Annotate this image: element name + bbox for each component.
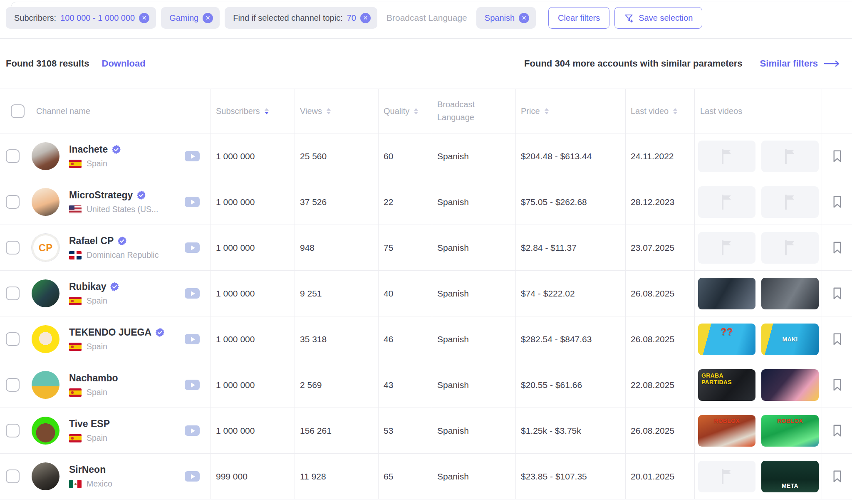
- video-thumbnail[interactable]: ??: [698, 324, 755, 355]
- sort-icon[interactable]: [327, 108, 331, 114]
- bookmark-icon[interactable]: [832, 150, 843, 163]
- last-video-date-cell: 26.08.2025: [625, 408, 694, 453]
- channel-name[interactable]: TEKENDO JUEGA: [69, 327, 151, 338]
- bookmark-icon[interactable]: [832, 287, 843, 300]
- column-header-price[interactable]: Price: [515, 89, 625, 133]
- table-row: Tive ESP Spain 1 000 000 156 261 53 Spa: [0, 408, 852, 454]
- arrow-right-icon: [824, 60, 840, 67]
- download-link[interactable]: Download: [102, 58, 146, 69]
- youtube-play-icon[interactable]: [185, 197, 200, 207]
- channel-avatar[interactable]: [32, 142, 59, 170]
- column-label: Price: [521, 105, 540, 118]
- channel-name[interactable]: SirNeon: [69, 464, 106, 475]
- broadcast-language-placeholder[interactable]: Broadcast Language: [386, 13, 467, 23]
- channel-avatar[interactable]: [32, 325, 59, 353]
- bookmark-icon[interactable]: [832, 195, 843, 208]
- row-checkbox[interactable]: [6, 378, 20, 392]
- video-thumbnail[interactable]: META: [761, 461, 819, 492]
- sort-icon[interactable]: [265, 108, 269, 114]
- video-thumbnail-placeholder: [698, 461, 755, 492]
- table-row: TEKENDO JUEGA Spain 1 000 000 35 318 46: [0, 316, 852, 362]
- remove-filter-icon[interactable]: ✕: [360, 13, 371, 23]
- channel-cell: Tive ESP Spain: [0, 408, 211, 453]
- select-all-checkbox[interactable]: [11, 104, 25, 118]
- bookmark-icon[interactable]: [832, 470, 843, 483]
- save-selection-button[interactable]: Save selection: [614, 7, 702, 29]
- filter-chip[interactable]: Find if selected channel topic:70✕: [225, 7, 377, 29]
- channel-info: Nachambo Spain: [69, 373, 118, 397]
- column-header-broadcast-language: Broadcast Language: [432, 89, 515, 133]
- remove-filter-icon[interactable]: ✕: [203, 13, 213, 23]
- clear-filters-button[interactable]: Clear filters: [548, 7, 609, 29]
- video-thumbnail-placeholder: [698, 141, 755, 172]
- row-checkbox[interactable]: [6, 195, 20, 209]
- bookmark-icon[interactable]: [832, 333, 843, 346]
- youtube-play-icon[interactable]: [185, 151, 200, 161]
- channel-name[interactable]: Tive ESP: [69, 418, 110, 430]
- sort-icon[interactable]: [673, 108, 677, 114]
- remove-filter-icon[interactable]: ✕: [139, 13, 149, 23]
- row-checkbox[interactable]: [6, 469, 20, 483]
- filter-chip-language[interactable]: Spanish ✕: [476, 7, 536, 29]
- country-flag-icon: [69, 388, 82, 397]
- similar-filters-link[interactable]: Similar filters: [760, 58, 840, 69]
- row-checkbox[interactable]: [6, 149, 20, 163]
- channel-avatar[interactable]: [32, 371, 59, 399]
- channel-avatar[interactable]: [32, 279, 59, 307]
- filter-chip[interactable]: Gaming✕: [161, 7, 220, 29]
- bookmark-icon[interactable]: [832, 378, 843, 391]
- row-checkbox[interactable]: [6, 287, 20, 300]
- country-flag-icon: [69, 251, 82, 259]
- column-header-views[interactable]: Views: [295, 89, 378, 133]
- channel-avatar[interactable]: CP: [32, 234, 59, 262]
- sort-icon[interactable]: [414, 108, 418, 114]
- subscribers-cell: 1 000 000: [211, 271, 295, 316]
- video-thumbnail[interactable]: ROBLOX: [698, 415, 755, 447]
- bookmark-cell: [822, 179, 852, 225]
- youtube-play-icon[interactable]: [185, 242, 200, 253]
- column-header-subscribers[interactable]: Subscribers: [211, 89, 295, 133]
- channel-name[interactable]: Nachambo: [69, 373, 118, 384]
- bookmark-icon[interactable]: [832, 424, 843, 437]
- price-cell: $1.25k - $3.75k: [515, 408, 625, 453]
- channel-name[interactable]: Rubikay: [69, 281, 106, 292]
- video-thumbnail[interactable]: [698, 278, 755, 309]
- video-thumbnail[interactable]: GRABA PARTIDAS: [698, 369, 755, 401]
- row-checkbox[interactable]: [6, 332, 20, 346]
- youtube-play-icon[interactable]: [185, 471, 200, 482]
- channel-name[interactable]: Inachete: [69, 144, 108, 155]
- results-count: Found 3108 results: [6, 58, 89, 69]
- channel-avatar[interactable]: [32, 188, 59, 216]
- last-video-date-cell: 23.07.2025: [625, 225, 694, 270]
- video-thumbnail[interactable]: [761, 278, 819, 309]
- column-header-last-video[interactable]: Last video: [625, 89, 694, 133]
- last-videos-cell: ??MAKI: [694, 316, 822, 362]
- verified-badge-icon: [111, 145, 121, 154]
- remove-filter-icon[interactable]: ✕: [519, 13, 529, 23]
- channel-avatar[interactable]: [32, 417, 59, 445]
- channel-info: TEKENDO JUEGA Spain: [69, 327, 165, 351]
- column-header-quality[interactable]: Quality: [378, 89, 432, 133]
- bookmark-icon[interactable]: [832, 241, 843, 254]
- subscribers-cell: 1 000 000: [211, 179, 295, 225]
- last-videos-cell: ROBLOXROBLOX: [694, 408, 822, 453]
- subscribers-cell: 1 000 000: [211, 316, 295, 362]
- youtube-play-icon[interactable]: [185, 288, 200, 299]
- video-thumbnail[interactable]: [761, 369, 819, 401]
- channel-name[interactable]: Rafael CP: [69, 235, 114, 247]
- filter-chip[interactable]: Subcribers:100 000 - 1 000 000✕: [6, 7, 156, 29]
- youtube-play-icon[interactable]: [185, 425, 200, 436]
- row-checkbox[interactable]: [6, 241, 20, 254]
- verified-badge-icon: [117, 236, 127, 246]
- quality-cell: 75: [378, 225, 432, 270]
- youtube-play-icon[interactable]: [185, 334, 200, 344]
- video-thumbnail[interactable]: MAKI: [761, 324, 819, 355]
- video-thumbnail-placeholder: [761, 232, 819, 264]
- channel-info: SirNeon Mexico: [69, 464, 112, 489]
- channel-avatar[interactable]: [32, 462, 59, 490]
- youtube-play-icon[interactable]: [185, 380, 200, 390]
- channel-name[interactable]: MicroStrategy: [69, 190, 133, 201]
- sort-icon[interactable]: [545, 108, 549, 114]
- video-thumbnail[interactable]: ROBLOX: [761, 415, 819, 447]
- row-checkbox[interactable]: [6, 424, 20, 437]
